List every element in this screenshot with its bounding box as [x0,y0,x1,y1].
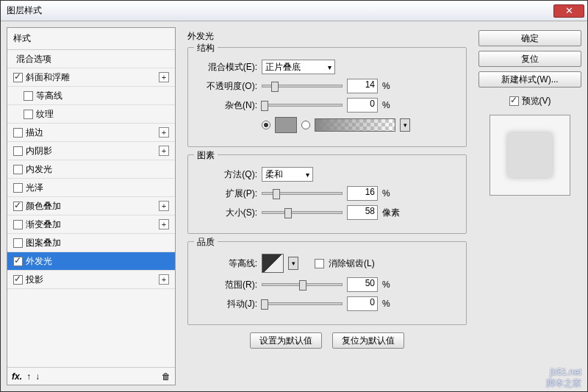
contour-dropdown-icon[interactable]: ▾ [288,257,298,270]
slider-thumb[interactable] [261,299,268,310]
anti-alias-label: 消除锯齿(L) [329,257,375,270]
window-title: 图层样式 [4,4,553,17]
noise-input[interactable]: 0 [347,98,378,113]
blend-mode-label: 混合模式(E): [197,61,257,74]
reset-button[interactable]: 复位 [478,51,581,67]
size-input[interactable]: 58 [347,205,378,220]
section-outer-glow: 外发光 [187,30,467,43]
technique-select[interactable]: 柔和 [262,167,313,182]
range-label: 范围(R): [197,279,257,291]
styles-header: 样式 [7,28,175,50]
style-bevel[interactable]: 斜面和浮雕+ [7,68,175,87]
styles-panel: 样式 混合选项 斜面和浮雕+ 等高线 纹理 描边+ 内阴影+ 内发光 光泽 颜色… [7,27,176,385]
range-input[interactable]: 50 [347,277,378,292]
trash-icon[interactable]: 🗑 [162,371,171,382]
style-pattern-overlay[interactable]: 图案叠加 [7,234,175,252]
contour-label: 等高线: [197,257,257,270]
gradient-dropdown-icon[interactable]: ▾ [400,118,410,132]
ok-button[interactable]: 确定 [478,30,581,46]
checkbox[interactable] [13,220,23,229]
spread-input[interactable]: 16 [347,186,378,201]
checkbox[interactable] [13,165,23,174]
spread-label: 扩展(P): [197,188,257,200]
arrow-down-icon[interactable]: ↓ [35,371,40,382]
preview-checkbox[interactable] [509,96,519,106]
checkbox[interactable] [24,110,33,119]
checkbox[interactable] [13,202,23,211]
group-elements: 图素 方法(Q): 柔和 扩展(P): 16 % 大小(S): 58 像素 [187,154,467,234]
add-icon[interactable]: + [159,72,169,82]
preview-label: 预览(V) [522,95,551,107]
contour-picker[interactable] [262,254,284,273]
add-icon[interactable]: + [159,219,169,229]
jitter-slider[interactable] [262,302,343,305]
fx-icon[interactable]: fx. [12,371,22,382]
group-structure: 结构 混合模式(E): 正片叠底 不透明度(O): 14 % 杂色(N): 0 … [187,47,467,147]
new-style-button[interactable]: 新建样式(W)... [478,71,581,88]
action-panel: 确定 复位 新建样式(W)... 预览(V) [478,27,581,385]
style-gradient-overlay[interactable]: 渐变叠加+ [7,215,175,234]
blend-mode-select[interactable]: 正片叠底 [262,60,335,74]
slider-thumb[interactable] [273,189,280,199]
add-icon[interactable]: + [159,127,169,138]
gradient-swatch[interactable] [315,118,395,132]
close-button[interactable]: ✕ [553,4,584,18]
checkbox[interactable] [13,275,23,285]
range-slider[interactable] [262,283,343,286]
color-radio[interactable] [262,121,270,129]
gradient-radio[interactable] [301,121,310,129]
style-contour[interactable]: 等高线 [7,87,175,105]
slider-thumb[interactable] [261,101,268,111]
preview-swatch [508,133,552,177]
checkbox[interactable] [24,91,33,101]
checkbox[interactable] [13,146,23,156]
spread-slider[interactable] [262,192,343,195]
style-inner-shadow[interactable]: 内阴影+ [7,142,175,160]
style-color-overlay[interactable]: 颜色叠加+ [7,197,175,215]
slider-thumb[interactable] [299,280,306,291]
noise-slider[interactable] [262,104,343,107]
watermark: jb51.net 脚本之家 [546,367,581,388]
checkbox[interactable] [13,128,23,138]
color-swatch[interactable] [275,117,297,133]
checkbox[interactable] [13,73,23,82]
jitter-input[interactable]: 0 [347,296,378,311]
add-icon[interactable]: + [159,274,169,285]
opacity-slider[interactable] [262,85,343,88]
style-satin[interactable]: 光泽 [7,179,175,197]
anti-alias-checkbox[interactable] [315,259,324,268]
style-outer-glow[interactable]: 外发光 [7,252,175,271]
style-drop-shadow[interactable]: 投影+ [7,271,175,289]
make-default-button[interactable]: 设置为默认值 [250,332,322,349]
opacity-input[interactable]: 14 [347,79,378,93]
style-texture[interactable]: 纹理 [7,105,175,124]
slider-thumb[interactable] [284,208,292,218]
checkbox[interactable] [13,183,23,193]
slider-thumb[interactable] [271,82,279,92]
technique-label: 方法(Q): [197,168,257,181]
noise-label: 杂色(N): [197,99,257,112]
blending-options[interactable]: 混合选项 [7,50,175,68]
style-stroke[interactable]: 描边+ [7,124,175,142]
style-inner-glow[interactable]: 内发光 [7,160,175,179]
titlebar[interactable]: 图层样式 ✕ [1,1,587,21]
size-label: 大小(S): [197,207,257,219]
size-slider[interactable] [262,211,343,214]
settings-panel: 外发光 结构 混合模式(E): 正片叠底 不透明度(O): 14 % 杂色(N)… [182,27,473,385]
group-quality: 品质 等高线: ▾ 消除锯齿(L) 范围(R): 50 % 抖动(J): [187,241,467,325]
checkbox[interactable] [13,238,23,248]
add-icon[interactable]: + [159,201,169,211]
arrow-up-icon[interactable]: ↑ [26,371,31,382]
layer-style-dialog: 图层样式 ✕ 样式 混合选项 斜面和浮雕+ 等高线 纹理 描边+ 内阴影+ 内发… [0,0,588,392]
preview-box [490,115,570,196]
checkbox[interactable] [13,257,23,266]
add-icon[interactable]: + [159,146,169,156]
opacity-label: 不透明度(O): [197,80,257,93]
jitter-label: 抖动(J): [197,298,257,310]
styles-footer: fx. ↑ ↓ 🗑 [7,367,175,385]
styles-list: 混合选项 斜面和浮雕+ 等高线 纹理 描边+ 内阴影+ 内发光 光泽 颜色叠加+… [7,50,175,367]
reset-default-button[interactable]: 复位为默认值 [332,332,404,349]
